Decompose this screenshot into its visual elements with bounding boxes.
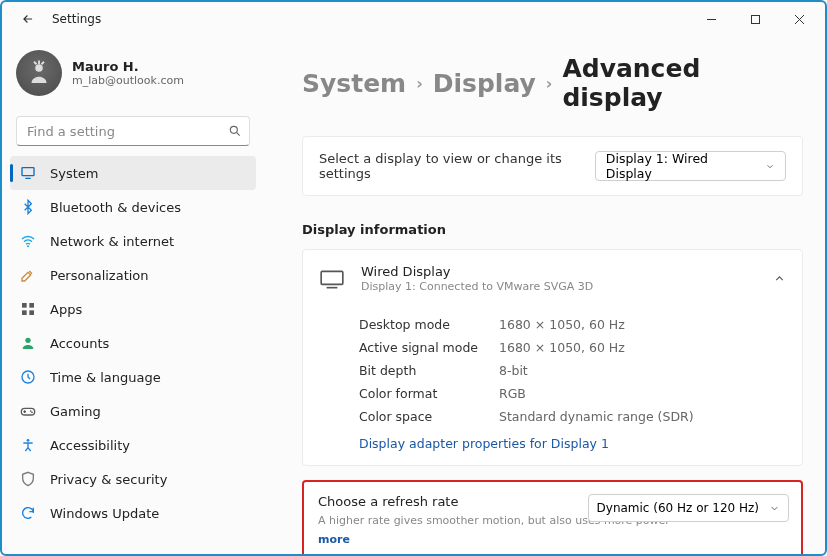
- system-icon: [20, 165, 36, 181]
- chevron-up-icon: [773, 272, 786, 285]
- svg-rect-1: [751, 15, 759, 23]
- info-row: Desktop mode1680 × 1050, 60 Hz: [359, 313, 784, 336]
- main-content: System › Display › Advanced display Sele…: [262, 36, 825, 554]
- adapter-properties-link[interactable]: Display adapter properties for Display 1: [359, 436, 784, 451]
- accessibility-icon: [20, 437, 36, 453]
- svg-point-17: [27, 439, 30, 442]
- personalization-icon: [20, 267, 36, 283]
- nav-item-time[interactable]: Time & language: [10, 360, 256, 394]
- display-selector-card: Select a display to view or change its s…: [302, 136, 803, 196]
- privacy-icon: [20, 471, 36, 487]
- monitor-icon: [319, 269, 345, 289]
- display-info-body: Desktop mode1680 × 1050, 60 HzActive sig…: [303, 307, 802, 465]
- info-key: Bit depth: [359, 363, 499, 378]
- info-row: Bit depth8-bit: [359, 359, 784, 382]
- svg-point-12: [25, 338, 30, 343]
- search-input[interactable]: [16, 116, 250, 146]
- nav-item-network[interactable]: Network & internet: [10, 224, 256, 258]
- bluetooth-icon: [20, 199, 36, 215]
- info-key: Color space: [359, 409, 499, 424]
- nav-label: Apps: [50, 302, 82, 317]
- refresh-rate-dropdown[interactable]: Dynamic (60 Hz or 120 Hz): [588, 494, 789, 522]
- info-value: 8-bit: [499, 363, 528, 378]
- svg-rect-11: [29, 310, 34, 315]
- svg-line-4: [236, 132, 239, 135]
- nav-item-update[interactable]: Windows Update: [10, 496, 256, 530]
- section-title: Display information: [302, 222, 803, 237]
- breadcrumb-display[interactable]: Display: [433, 69, 536, 98]
- breadcrumb-system[interactable]: System: [302, 69, 406, 98]
- sidebar: Mauro H. m_lab@outlook.com SystemBluetoo…: [2, 36, 262, 554]
- breadcrumb: System › Display › Advanced display: [302, 54, 803, 112]
- nav-label: Accounts: [50, 336, 109, 351]
- svg-rect-9: [29, 303, 34, 308]
- nav-label: Privacy & security: [50, 472, 167, 487]
- nav-label: Gaming: [50, 404, 101, 419]
- window-title: Settings: [52, 12, 101, 26]
- svg-rect-5: [22, 168, 34, 176]
- chevron-right-icon: ›: [416, 74, 423, 93]
- nav-item-accessibility[interactable]: Accessibility: [10, 428, 256, 462]
- nav-label: Time & language: [50, 370, 161, 385]
- chevron-right-icon: ›: [546, 74, 553, 93]
- info-row: Color formatRGB: [359, 382, 784, 405]
- apps-icon: [20, 301, 36, 317]
- nav-item-gaming[interactable]: Gaming: [10, 394, 256, 428]
- nav-label: Windows Update: [50, 506, 159, 521]
- info-value: 1680 × 1050, 60 Hz: [499, 317, 625, 332]
- nav-item-bluetooth[interactable]: Bluetooth & devices: [10, 190, 256, 224]
- search-box[interactable]: [16, 116, 250, 146]
- info-key: Color format: [359, 386, 499, 401]
- display-sub: Display 1: Connected to VMware SVGA 3D: [361, 280, 757, 293]
- info-value: Standard dynamic range (SDR): [499, 409, 694, 424]
- accounts-icon: [20, 335, 36, 351]
- svg-point-15: [30, 410, 32, 412]
- refresh-rate-card: Choose a refresh rate A higher rate give…: [302, 480, 803, 554]
- svg-rect-8: [22, 303, 27, 308]
- profile-name: Mauro H.: [72, 59, 184, 74]
- nav-label: Personalization: [50, 268, 149, 283]
- profile-email: m_lab@outlook.com: [72, 74, 184, 87]
- maximize-button[interactable]: [733, 4, 777, 34]
- svg-point-7: [27, 245, 29, 247]
- breadcrumb-current: Advanced display: [562, 54, 803, 112]
- gaming-icon: [20, 403, 36, 419]
- learn-more-link[interactable]: more: [318, 533, 350, 546]
- svg-rect-18: [321, 271, 343, 284]
- avatar: [16, 50, 62, 96]
- display-info-card: Wired Display Display 1: Connected to VM…: [302, 249, 803, 466]
- selector-label: Select a display to view or change its s…: [319, 151, 595, 181]
- nav-label: Network & internet: [50, 234, 174, 249]
- display-info-header[interactable]: Wired Display Display 1: Connected to VM…: [303, 250, 802, 307]
- info-key: Active signal mode: [359, 340, 499, 355]
- nav-item-system[interactable]: System: [10, 156, 256, 190]
- chevron-down-icon: [765, 161, 775, 172]
- info-value: RGB: [499, 386, 526, 401]
- nav-label: Accessibility: [50, 438, 130, 453]
- nav-item-personalization[interactable]: Personalization: [10, 258, 256, 292]
- info-value: 1680 × 1050, 60 Hz: [499, 340, 625, 355]
- nav-item-privacy[interactable]: Privacy & security: [10, 462, 256, 496]
- display-dropdown-value: Display 1: Wired Display: [606, 151, 745, 181]
- nav-item-apps[interactable]: Apps: [10, 292, 256, 326]
- network-icon: [20, 233, 36, 249]
- time-icon: [20, 369, 36, 385]
- nav-item-accounts[interactable]: Accounts: [10, 326, 256, 360]
- info-key: Desktop mode: [359, 317, 499, 332]
- svg-rect-10: [22, 310, 27, 315]
- refresh-rate-value: Dynamic (60 Hz or 120 Hz): [597, 501, 759, 515]
- profile[interactable]: Mauro H. m_lab@outlook.com: [10, 44, 256, 110]
- svg-point-3: [230, 126, 237, 133]
- update-icon: [20, 505, 36, 521]
- close-button[interactable]: [777, 4, 821, 34]
- back-button[interactable]: [16, 7, 40, 31]
- chevron-down-icon: [769, 503, 780, 514]
- minimize-button[interactable]: [689, 4, 733, 34]
- nav-list: SystemBluetooth & devicesNetwork & inter…: [10, 156, 256, 530]
- info-row: Color spaceStandard dynamic range (SDR): [359, 405, 784, 428]
- search-icon: [228, 123, 242, 142]
- svg-point-2: [35, 64, 43, 72]
- nav-label: System: [50, 166, 98, 181]
- display-name: Wired Display: [361, 264, 757, 279]
- display-dropdown[interactable]: Display 1: Wired Display: [595, 151, 786, 181]
